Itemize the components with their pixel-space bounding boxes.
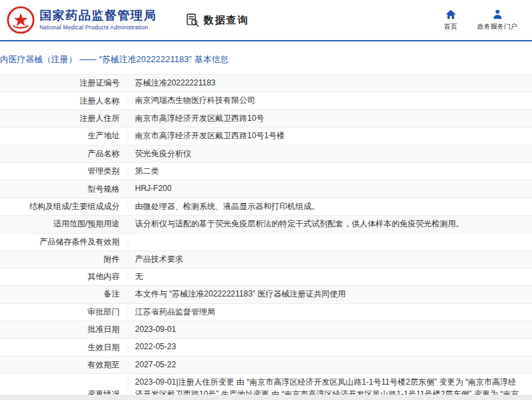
- row-label: 管理类别: [0, 163, 128, 180]
- row-value: 江苏省药品监督管理局: [128, 304, 532, 321]
- row-label: 生效日期: [0, 339, 128, 355]
- row-label: 注册证编号: [0, 75, 128, 91]
- row-label: 产品名称: [0, 146, 128, 162]
- row-label: 备注: [0, 286, 128, 303]
- agency-name-cn: 国家药品监督管理局: [39, 9, 157, 23]
- home-icon: [445, 9, 456, 20]
- nmpa-emblem-icon: [7, 6, 35, 34]
- table-row: 审批部门 江苏省药品监督管理局: [0, 304, 532, 321]
- table-row: 产品名称 荧光免疫分析仪: [0, 146, 532, 163]
- table-row: 其他内容 无: [0, 268, 532, 286]
- row-label: 附件: [0, 251, 128, 268]
- row-label: 注册人名称: [0, 92, 128, 109]
- document-search-icon: [185, 13, 200, 27]
- row-label: 审批部门: [0, 304, 128, 321]
- row-label: 批准日期: [0, 321, 128, 338]
- table-row: 批准日期 2023-09-01: [0, 321, 532, 339]
- agency-name-en: National Medical Products Administration: [39, 24, 157, 31]
- row-label: 其他内容: [0, 268, 128, 285]
- home-link[interactable]: 首页: [444, 9, 457, 31]
- header-quick-links: 首页 政务服务门户: [444, 9, 521, 31]
- row-value: 2022-05-23: [128, 339, 532, 355]
- page-title: 内医疗器械（注册） —— “苏械注准20222221183” 基本信息: [0, 55, 229, 64]
- row-label: 注册人住所: [0, 110, 128, 127]
- table-row: 注册证编号 苏械注准20222221183: [0, 75, 532, 92]
- agency-names: 国家药品监督管理局 National Medical Products Admi…: [39, 9, 157, 31]
- table-row: 注册人名称 南京鸿瑞杰生物医疗科技有限公司: [0, 92, 532, 110]
- gov-portal-label: 政务服务门户: [477, 22, 517, 31]
- table-row: 注册人住所 南京市高淳经济开发区戴卫西路10号: [0, 110, 532, 128]
- row-label: 结构及组成/主要组成成分: [0, 198, 128, 215]
- row-value: 2023-09-01: [128, 321, 532, 338]
- row-label: 产品储存条件及有效期: [0, 234, 128, 250]
- data-query-section: 数据查询: [185, 13, 249, 27]
- table-row: 型号规格 HRJ-F200: [0, 180, 532, 198]
- row-value: 第二类: [128, 163, 532, 180]
- table-row: 适用范围/预期用途 该分析仪与适配的基于荧光免疫层析法的特定干式试剂配套，供人体…: [0, 216, 532, 233]
- row-value: 本文件与 “苏械注准20222221183” 医疗器械注册证共同使用: [128, 286, 532, 303]
- row-value: 该分析仪与适配的基于荧光免疫层析法的特定干式试剂配套，供人体样本的免疫荧光检测用…: [128, 216, 532, 232]
- row-value: 由微处理器、检测系统、液晶显示器和打印机组成。: [128, 198, 532, 215]
- row-label: 有效期至: [0, 357, 128, 373]
- footer-strip: [0, 395, 532, 400]
- table-row: 生产地址 南京市高淳经济开发区戴卫西路10号1号楼: [0, 128, 532, 145]
- row-value: [128, 234, 532, 250]
- agency-logo: 国家药品监督管理局 National Medical Products Admi…: [7, 6, 157, 34]
- table-row: 备注 本文件与 “苏械注准20222221183” 医疗器械注册证共同使用: [0, 286, 532, 303]
- row-value: 无: [128, 268, 532, 285]
- row-label: 生产地址: [0, 128, 128, 144]
- row-value: 产品技术要求: [128, 251, 532, 268]
- table-row: 管理类别 第二类: [0, 163, 532, 180]
- title-bar: 内医疗器械（注册） —— “苏械注准20222221183” 基本信息: [0, 41, 532, 74]
- table-row: 附件 产品技术要求: [0, 251, 532, 268]
- row-label: 型号规格: [0, 180, 128, 197]
- row-value: HRJ-F200: [128, 180, 532, 197]
- row-value: 荧光免疫分析仪: [128, 146, 532, 162]
- row-value: 南京市高淳经济开发区戴卫西路10号: [128, 110, 532, 127]
- home-label: 首页: [444, 22, 457, 31]
- app-header: 国家药品监督管理局 National Medical Products Admi…: [0, 0, 532, 41]
- gov-portal-link[interactable]: 政务服务门户: [477, 9, 517, 31]
- registration-info-table: 注册证编号 苏械注准20222221183 注册人名称 南京鸿瑞杰生物医疗科技有…: [0, 74, 532, 400]
- row-value: 南京鸿瑞杰生物医疗科技有限公司: [128, 92, 532, 109]
- row-value: 苏械注准20222221183: [128, 75, 532, 91]
- table-row: 结构及组成/主要组成成分 由微处理器、检测系统、液晶显示器和打印机组成。: [0, 198, 532, 216]
- row-label: 适用范围/预期用途: [0, 216, 128, 232]
- table-row: 生效日期 2022-05-23: [0, 339, 532, 356]
- row-value: 南京市高淳经济开发区戴卫西路10号1号楼: [128, 128, 532, 144]
- table-row: 产品储存条件及有效期: [0, 234, 532, 251]
- table-row: 有效期至 2027-05-22: [0, 357, 532, 374]
- section-title: 数据查询: [204, 14, 249, 27]
- row-value: 2027-05-22: [128, 357, 532, 373]
- person-icon: [492, 9, 503, 20]
